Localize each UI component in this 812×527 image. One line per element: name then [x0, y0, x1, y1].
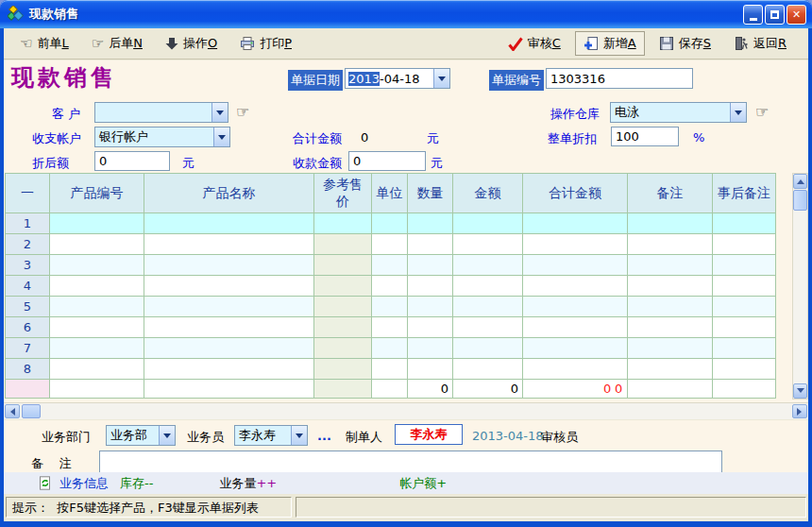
row-number-cell[interactable]: 7	[6, 338, 50, 359]
doc-date-field[interactable]: 2013-04-18	[345, 68, 450, 89]
qty-cell[interactable]	[408, 234, 453, 255]
scroll-up-icon[interactable]	[793, 174, 807, 189]
audit-button[interactable]: 审核C	[499, 31, 569, 56]
ref-price-cell[interactable]	[314, 359, 372, 380]
total-amount-cell[interactable]	[523, 255, 628, 276]
total-amount-cell[interactable]	[523, 317, 628, 338]
remark-cell[interactable]	[628, 297, 713, 317]
row-number-cell[interactable]: 2	[6, 234, 50, 255]
more-button[interactable]: ...	[317, 429, 331, 443]
customer-lookup-icon[interactable]: ☞	[236, 105, 249, 120]
total-amount-cell[interactable]	[523, 276, 628, 297]
unit-cell[interactable]	[372, 338, 408, 359]
product-name-cell[interactable]	[144, 297, 314, 317]
doc-no-input[interactable]	[546, 68, 693, 89]
product-code-cell[interactable]	[50, 255, 144, 276]
product-code-cell[interactable]	[50, 317, 144, 338]
qty-cell[interactable]	[408, 276, 453, 297]
amount-cell[interactable]	[453, 359, 523, 380]
post-remark-cell[interactable]	[713, 276, 776, 297]
qty-cell[interactable]	[408, 359, 453, 380]
product-code-cell[interactable]	[50, 234, 144, 255]
row-number-cell[interactable]: 6	[6, 317, 50, 338]
received-input[interactable]	[348, 151, 426, 171]
minimize-button[interactable]	[743, 5, 763, 25]
product-name-cell[interactable]	[144, 234, 314, 255]
amount-cell[interactable]	[453, 317, 523, 338]
horizontal-scroll-thumb[interactable]	[22, 404, 41, 418]
qty-cell[interactable]	[408, 213, 453, 234]
post-remark-cell[interactable]	[713, 359, 776, 380]
amount-cell[interactable]	[453, 255, 523, 276]
return-button[interactable]: 返回R	[725, 31, 795, 56]
close-button[interactable]: ✕	[787, 5, 806, 25]
amount-cell[interactable]	[453, 213, 523, 234]
row-number-cell[interactable]: 5	[6, 297, 50, 317]
remark-cell[interactable]	[628, 255, 713, 276]
ref-price-cell[interactable]	[314, 317, 372, 338]
warehouse-combo[interactable]: 电泳	[610, 102, 747, 123]
product-code-cell[interactable]	[50, 359, 144, 380]
next-doc-button[interactable]: ☞ 后单N	[83, 31, 151, 56]
unit-cell[interactable]	[372, 317, 408, 338]
dept-combo[interactable]: 业务部	[106, 425, 176, 446]
product-name-cell[interactable]	[144, 255, 314, 276]
product-code-cell[interactable]	[50, 338, 144, 359]
post-remark-cell[interactable]	[713, 338, 776, 359]
unit-cell[interactable]	[372, 255, 408, 276]
ref-price-cell[interactable]	[314, 213, 372, 234]
scroll-down-icon[interactable]	[793, 383, 807, 399]
product-code-cell[interactable]	[50, 213, 144, 234]
post-remark-cell[interactable]	[713, 213, 776, 234]
row-number-cell[interactable]: 3	[6, 255, 50, 276]
unit-cell[interactable]	[372, 276, 408, 297]
after-discount-input[interactable]	[94, 151, 170, 171]
horizontal-scrollbar[interactable]	[4, 402, 808, 419]
amount-cell[interactable]	[453, 234, 523, 255]
product-name-cell[interactable]	[144, 317, 314, 338]
product-name-cell[interactable]	[144, 359, 314, 380]
prev-doc-button[interactable]: ☜ 前单L	[11, 31, 77, 56]
post-remark-cell[interactable]	[713, 317, 776, 338]
product-code-cell[interactable]	[50, 297, 144, 317]
amount-cell[interactable]	[453, 338, 523, 359]
product-name-cell[interactable]	[144, 338, 314, 359]
account-combo[interactable]: 银行帐户	[94, 127, 230, 147]
remark-cell[interactable]	[628, 213, 713, 234]
product-code-cell[interactable]	[50, 276, 144, 297]
vertical-scroll-thumb[interactable]	[793, 190, 807, 211]
ref-price-cell[interactable]	[314, 338, 372, 359]
ref-price-cell[interactable]	[314, 255, 372, 276]
discount-input[interactable]	[611, 127, 679, 146]
remark-cell[interactable]	[628, 276, 713, 297]
new-button[interactable]: 新增A	[575, 31, 645, 56]
scroll-left-icon[interactable]	[5, 404, 20, 418]
warehouse-lookup-icon[interactable]: ☞	[755, 105, 769, 120]
remark-cell[interactable]	[628, 234, 713, 255]
remark-cell[interactable]	[628, 359, 713, 380]
save-button[interactable]: 保存S	[651, 31, 719, 56]
business-info-link[interactable]: 业务信息	[59, 475, 109, 492]
total-amount-cell[interactable]	[523, 213, 628, 234]
post-remark-cell[interactable]	[713, 234, 776, 255]
maximize-button[interactable]	[765, 5, 785, 25]
date-dropdown-button[interactable]	[433, 69, 449, 88]
unit-cell[interactable]	[372, 297, 408, 317]
amount-cell[interactable]	[453, 297, 523, 317]
row-number-cell[interactable]: 4	[6, 276, 50, 297]
scroll-right-icon[interactable]	[792, 404, 807, 418]
row-number-cell[interactable]: 8	[6, 359, 50, 380]
customer-combo[interactable]	[94, 102, 228, 123]
total-amount-cell[interactable]	[523, 359, 628, 380]
vertical-scrollbar[interactable]	[792, 173, 808, 400]
qty-cell[interactable]	[408, 297, 453, 317]
ref-price-cell[interactable]	[314, 276, 372, 297]
total-amount-cell[interactable]	[523, 234, 628, 255]
total-amount-cell[interactable]	[523, 338, 628, 359]
operations-button[interactable]: 操作O	[157, 31, 226, 56]
unit-cell[interactable]	[372, 213, 408, 234]
print-button[interactable]: 打印P	[231, 31, 300, 56]
unit-cell[interactable]	[372, 359, 408, 380]
unit-cell[interactable]	[372, 234, 408, 255]
salesman-combo[interactable]: 李永寿	[234, 425, 308, 446]
